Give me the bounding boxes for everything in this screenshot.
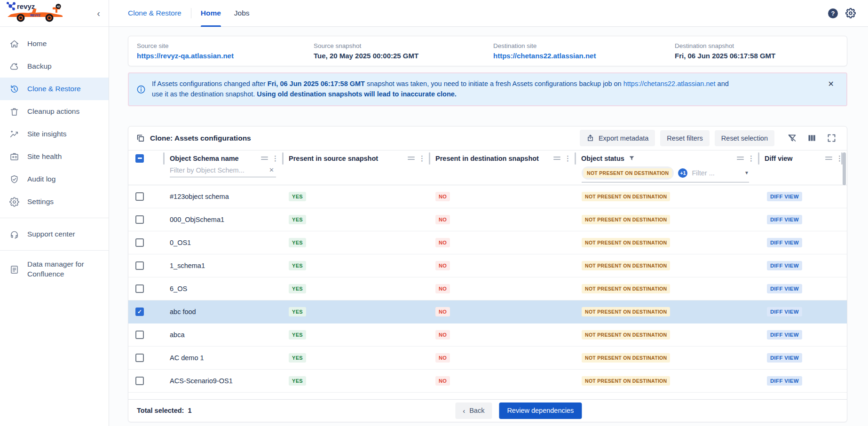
tab-jobs[interactable]: Jobs	[234, 0, 250, 27]
sidebar-item-support-center[interactable]: Support center	[0, 223, 109, 245]
reset-filters-button[interactable]: Reset filters	[660, 130, 710, 146]
sidebar-item-settings[interactable]: Settings	[0, 190, 109, 213]
sidebar-item-site-health[interactable]: Site health	[0, 145, 109, 168]
breadcrumb[interactable]: Clone & Restore	[128, 9, 181, 17]
column-menu-icon[interactable]: ⋮	[748, 155, 755, 162]
table-row[interactable]: 6_OSYESNONOT PRESENT ON DESTINATIONDIFF …	[128, 277, 847, 300]
cell-diff-view: DIFF VIEW	[758, 231, 847, 254]
table-row[interactable]: abcaYESNONOT PRESENT ON DESTINATIONDIFF …	[128, 323, 847, 347]
row-checkbox[interactable]	[135, 377, 144, 385]
sidebar-item-audit-log[interactable]: Audit log	[0, 168, 109, 190]
reset-selection-button[interactable]: Reset selection	[715, 130, 774, 146]
sidebar-item-clone-restore[interactable]: Clone & Restore	[0, 78, 109, 100]
chevron-down-icon[interactable]: ▼	[744, 170, 749, 175]
column-menu-icon[interactable]: ⋮	[564, 155, 571, 162]
site-health-icon	[9, 151, 19, 162]
diff-view-button[interactable]: DIFF VIEW	[767, 330, 802, 339]
export-metadata-button[interactable]: Export metadata	[580, 130, 655, 146]
tab-home[interactable]: Home	[201, 0, 221, 27]
table-scrollbar[interactable]	[843, 152, 846, 185]
banner-destination-link[interactable]: https://chetans22.atlassian.net	[623, 80, 716, 87]
filter-funnel-icon[interactable]	[625, 155, 635, 161]
column-header-label: Present in source snapshot	[289, 155, 378, 162]
filter-off-icon[interactable]	[787, 133, 797, 143]
column-resize-handle[interactable]	[575, 152, 576, 165]
schema-filter-input[interactable]	[170, 166, 267, 174]
diff-view-button[interactable]: DIFF VIEW	[767, 307, 802, 316]
status-filter-field[interactable]: NOT PRESENT ON DESTINATION +1 Filter ...…	[582, 166, 749, 182]
review-dependencies-button[interactable]: Review dependencies	[499, 402, 582, 419]
sidebar-item-backup[interactable]: Backup	[0, 55, 109, 78]
banner-close-icon[interactable]: ✕	[828, 79, 834, 88]
column-drag-icon[interactable]	[553, 157, 560, 160]
diff-view-button[interactable]: DIFF VIEW	[767, 261, 802, 270]
column-resize-handle[interactable]	[758, 152, 759, 165]
column-header-object-schema-name: Object Schema name⋮	[164, 150, 283, 166]
sidebar-menu: HomeBackupClone & RestoreCleanup actions…	[0, 27, 109, 284]
source-status-badge: YES	[289, 215, 306, 224]
summary-snapshot-value: Fri, 06 Jun 2025 06:17:58 GMT	[675, 52, 838, 60]
clear-filter-icon[interactable]: ✕	[267, 166, 276, 174]
row-checkbox[interactable]	[135, 284, 144, 293]
status-filter-chip-pill[interactable]: NOT PRESENT ON DESTINATION	[582, 166, 674, 180]
sidebar-item-site-insights[interactable]: Site insights	[0, 123, 109, 145]
sidebar-item-cleanup-actions[interactable]: Cleanup actions	[0, 100, 109, 123]
column-drag-icon[interactable]	[261, 157, 268, 160]
table-row[interactable]: 000_ObjSchema1YESNONOT PRESENT ON DESTIN…	[128, 208, 847, 231]
table-row[interactable]: ✓abc foodYESNONOT PRESENT ON DESTINATION…	[128, 300, 847, 323]
diff-view-button[interactable]: DIFF VIEW	[767, 192, 802, 201]
diff-view-button[interactable]: DIFF VIEW	[767, 353, 802, 363]
column-resize-handle[interactable]	[282, 152, 284, 165]
column-resize-handle[interactable]	[163, 152, 165, 165]
column-resize-handle[interactable]	[429, 152, 430, 165]
diff-view-button[interactable]: DIFF VIEW	[767, 376, 802, 386]
fullscreen-icon[interactable]	[827, 133, 836, 143]
table-row[interactable]: 0_OS1YESNONOT PRESENT ON DESTINATIONDIFF…	[128, 231, 847, 254]
summary-site-link[interactable]: https://chetans22.atlassian.net	[493, 52, 675, 60]
sidebar-item-home[interactable]: Home	[0, 32, 109, 55]
column-header-diff-view: Diff view⋮	[758, 150, 847, 166]
column-menu-icon[interactable]: ⋮	[418, 155, 426, 162]
column-drag-icon[interactable]	[408, 157, 415, 160]
columns-icon[interactable]	[807, 133, 817, 143]
column-menu-icon[interactable]: ⋮	[272, 155, 279, 162]
back-button[interactable]: ‹ Back	[455, 402, 492, 419]
object-status-badge: NOT PRESENT ON DESTINATION	[582, 376, 670, 386]
column-drag-icon[interactable]	[825, 157, 832, 160]
diff-view-button[interactable]: DIFF VIEW	[767, 215, 802, 224]
cell-present-in-destination: NO	[429, 370, 575, 392]
select-all-cell	[128, 150, 164, 166]
table-row[interactable]: AC demo 1YESNONOT PRESENT ON DESTINATION…	[128, 347, 847, 370]
select-all-checkbox[interactable]	[135, 154, 144, 163]
sidebar-item-label: Cleanup actions	[27, 107, 79, 116]
sidebar-item-data-manager-for-confluence[interactable]: Data manager for Confluence	[0, 255, 109, 284]
table-row[interactable]: #123object schemaYESNONOT PRESENT ON DES…	[128, 185, 847, 208]
row-checkbox[interactable]	[135, 261, 144, 270]
diff-view-button[interactable]: DIFF VIEW	[767, 284, 802, 293]
cell-present-in-source: YES	[283, 208, 429, 231]
extra-filter-count-badge[interactable]: +1	[678, 168, 687, 178]
table-row[interactable]: 1_schema1YESNONOT PRESENT ON DESTINATION…	[128, 254, 847, 277]
row-checkbox[interactable]	[135, 354, 144, 362]
gear-icon	[9, 197, 19, 207]
diff-view-button[interactable]: DIFF VIEW	[767, 238, 802, 247]
table-row[interactable]: ACS-Scenario9-OS1YESNONOT PRESENT ON DES…	[128, 370, 847, 393]
row-checkbox[interactable]	[135, 331, 144, 339]
sidebar-collapse-icon[interactable]: ‹	[93, 8, 104, 19]
column-drag-icon[interactable]	[737, 157, 744, 160]
summary-label: Source site	[137, 42, 314, 49]
row-checkbox[interactable]	[135, 238, 144, 247]
source-status-badge: YES	[289, 238, 306, 247]
gear-icon[interactable]	[845, 8, 856, 18]
summary-site-link[interactable]: https://revyz-qa.atlassian.net	[137, 52, 314, 60]
help-icon[interactable]: ?	[828, 8, 838, 18]
breadcrumb-divider	[191, 8, 191, 18]
row-checkbox[interactable]	[135, 215, 144, 224]
row-checkbox[interactable]	[135, 192, 144, 201]
column-header-label: Diff view	[765, 155, 793, 162]
column-header-object-status: Object status⋮	[575, 150, 758, 166]
summary-label: Source snapshot	[314, 42, 493, 49]
banner-message: If Assets configurations changed after F…	[152, 79, 737, 100]
row-checkbox[interactable]: ✓	[135, 308, 144, 316]
summary-label: Destination snapshot	[675, 42, 838, 49]
